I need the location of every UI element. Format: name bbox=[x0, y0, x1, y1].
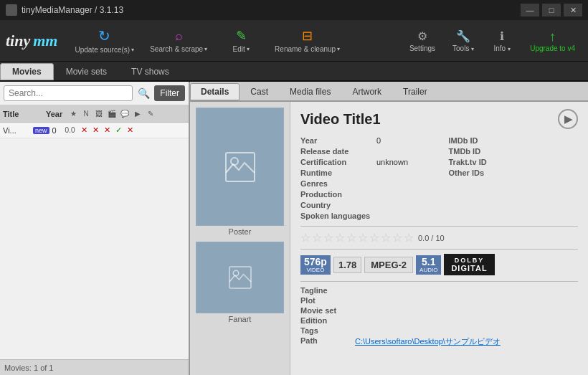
settings-button[interactable]: ⚙ Settings bbox=[402, 27, 442, 55]
runtime-label: Runtime bbox=[300, 168, 372, 177]
update-sources-button[interactable]: ↻ Update source(s) ▾ bbox=[67, 24, 141, 57]
close-button[interactable]: ✕ bbox=[564, 4, 582, 16]
movie-title-row: Video Title1 ▶ bbox=[300, 109, 578, 129]
path-row: Path C:\Users\softaro\Desktop\サンプルビデオ bbox=[300, 336, 578, 347]
title-bar: tinyMediaManager / 3.1.13 — □ ✕ bbox=[0, 0, 588, 20]
tab-artwork[interactable]: Artwork bbox=[341, 83, 392, 100]
movieset-row: Movie set bbox=[300, 306, 578, 315]
production-label: Production bbox=[300, 190, 372, 199]
app-icon bbox=[6, 4, 17, 16]
imdb-value bbox=[511, 136, 579, 145]
search-input[interactable] bbox=[4, 85, 133, 101]
release-label: Release date bbox=[300, 147, 372, 156]
icon-poster: ✕ bbox=[91, 125, 101, 135]
poster-thumbnail[interactable] bbox=[196, 108, 284, 226]
tools-button[interactable]: 🔧 Tools ▾ bbox=[445, 27, 481, 55]
info-icon: ℹ bbox=[500, 29, 504, 43]
tagline-label: Tagline bbox=[300, 286, 351, 295]
svg-point-3 bbox=[233, 270, 239, 276]
star-8: ☆ bbox=[381, 231, 391, 245]
tab-details[interactable]: Details bbox=[190, 83, 240, 100]
divider-2 bbox=[300, 249, 578, 250]
extra-info: Tagline Plot Movie set Edition bbox=[300, 286, 578, 347]
tools-icon: 🔧 bbox=[456, 29, 470, 43]
edit-label: Edit ▾ bbox=[232, 45, 249, 53]
rename-label: Rename & cleanup ▾ bbox=[275, 45, 340, 53]
search-scrape-button[interactable]: ⌕ Search & scrape ▾ bbox=[143, 26, 214, 56]
upgrade-label: Upgrade to v4 bbox=[530, 44, 575, 52]
table-header: Title Year ★ N 🖼 🎬 💬 ▶ ✎ bbox=[0, 105, 189, 123]
info-column: Video Title1 ▶ Year 0 IMDb ID Release da… bbox=[290, 102, 588, 375]
cell-year: 0 bbox=[52, 126, 62, 135]
settings-label: Settings bbox=[409, 44, 435, 52]
tab-trailer[interactable]: Trailer bbox=[392, 83, 438, 100]
cert-label: Certification bbox=[300, 158, 372, 166]
upgrade-button[interactable]: ↑ Upgrade to v4 bbox=[523, 27, 582, 55]
tmdb-value bbox=[511, 147, 579, 156]
tab-tv-shows[interactable]: TV shows bbox=[119, 63, 181, 80]
star-5: ☆ bbox=[346, 231, 356, 245]
path-value[interactable]: C:\Users\softaro\Desktop\サンプルビデオ bbox=[355, 336, 501, 347]
tab-movie-sets[interactable]: Movie sets bbox=[54, 63, 119, 80]
nav-tabs: Movies Movie sets TV shows bbox=[0, 62, 588, 82]
plot-row: Plot bbox=[300, 296, 578, 305]
search-icon: ⌕ bbox=[175, 29, 183, 44]
codec-badge: MPEG-2 bbox=[364, 257, 413, 273]
toolbar-right: ⚙ Settings 🔧 Tools ▾ ℹ Info ▾ ↑ Upgrade … bbox=[402, 27, 582, 55]
divider-1 bbox=[300, 226, 578, 227]
poster-label: Poster bbox=[196, 227, 284, 236]
info-button[interactable]: ℹ Info ▾ bbox=[484, 27, 520, 55]
trakt-value bbox=[511, 158, 579, 166]
play-button[interactable]: ▶ bbox=[558, 109, 578, 129]
star-4: ☆ bbox=[335, 231, 345, 245]
app-logo: tiny mm bbox=[6, 32, 57, 50]
col-icon-img: 🖼 bbox=[93, 110, 105, 118]
logo-text2: mm bbox=[33, 32, 57, 50]
star-7: ☆ bbox=[369, 231, 379, 245]
rating-row: ☆ ☆ ☆ ☆ ☆ ☆ ☆ ☆ ☆ ☆ 0.0 / 10 bbox=[300, 231, 578, 245]
tmdb-label: TMDb ID bbox=[449, 147, 506, 156]
filter-button[interactable]: Filter bbox=[154, 85, 185, 101]
col-icon-star: ★ bbox=[67, 110, 79, 118]
logo-text: tiny bbox=[6, 32, 30, 50]
movie-title: Video Title1 bbox=[300, 111, 381, 128]
detail-content: Poster Fanart Video Title1 bbox=[190, 102, 588, 375]
maximize-button[interactable]: □ bbox=[542, 4, 561, 16]
cell-icons: 0.0 ✕ ✕ ✕ ✓ ✕ bbox=[62, 125, 186, 135]
tags-label: Tags bbox=[300, 326, 351, 335]
search-label: Search & scrape ▾ bbox=[150, 45, 207, 53]
spoken-value bbox=[376, 212, 445, 220]
col-icon-vid: 🎬 bbox=[106, 110, 118, 118]
minimize-button[interactable]: — bbox=[521, 4, 539, 16]
tab-movies[interactable]: Movies bbox=[0, 63, 54, 80]
divider-3 bbox=[300, 281, 578, 282]
fanart-thumbnail[interactable] bbox=[196, 242, 284, 313]
status-text: Movies: 1 of 1 bbox=[4, 364, 53, 372]
rating-cell: 0.0 bbox=[62, 126, 78, 134]
edit-button[interactable]: ✎ Edit ▾ bbox=[216, 25, 266, 56]
otherids-label: Other IDs bbox=[449, 168, 506, 177]
genres-value bbox=[376, 179, 445, 188]
movie-list: Vi... new 0 0.0 ✕ ✕ ✕ ✓ ✕ bbox=[0, 123, 189, 359]
production-value bbox=[376, 190, 445, 199]
table-row[interactable]: Vi... new 0 0.0 ✕ ✕ ✕ ✓ ✕ bbox=[0, 123, 189, 138]
rename-button[interactable]: ⊟ Rename & cleanup ▾ bbox=[267, 25, 347, 56]
edit-icon: ✎ bbox=[236, 28, 247, 44]
tab-media-files[interactable]: Media files bbox=[279, 83, 341, 100]
rename-icon: ⊟ bbox=[302, 28, 313, 44]
search-button[interactable]: 🔍 bbox=[136, 85, 151, 101]
star-2: ☆ bbox=[312, 231, 322, 245]
col-year-header: Year bbox=[46, 110, 67, 118]
search-bar: 🔍 Filter bbox=[0, 82, 189, 105]
col-title-header: Title bbox=[3, 110, 46, 118]
col-icons-header: ★ N 🖼 🎬 💬 ▶ ✎ bbox=[67, 110, 156, 118]
year-value: 0 bbox=[376, 136, 445, 145]
tools-label: Tools ▾ bbox=[452, 44, 474, 52]
fanart-label: Fanart bbox=[196, 315, 284, 323]
fanart-section: Fanart bbox=[196, 242, 284, 323]
release-value bbox=[376, 147, 445, 156]
tab-cast[interactable]: Cast bbox=[240, 83, 279, 100]
plot-label: Plot bbox=[300, 296, 351, 305]
path-label: Path bbox=[300, 336, 351, 347]
country-label: Country bbox=[300, 201, 372, 209]
